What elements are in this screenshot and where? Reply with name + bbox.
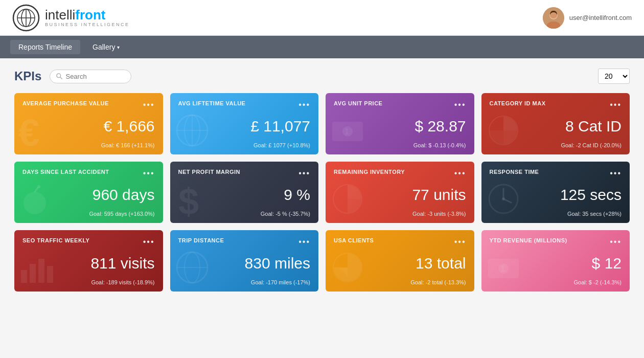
svg-text:1: 1 <box>500 264 505 273</box>
logo-text: intellifront BUSINESS INTELLIGENCE <box>45 8 130 28</box>
kpi-card-icon <box>486 113 521 150</box>
kpi-card-header: AVG LIFTETIME VALUE ••• <box>178 100 311 109</box>
kpi-card-remaining-inventory[interactable]: REMAINING INVENTORY ••• 77 units Goal: -… <box>326 162 474 223</box>
kpi-card-header: USA CLIENTS ••• <box>334 237 466 247</box>
logo-subtitle: BUSINESS INTELLIGENCE <box>45 22 130 28</box>
svg-text:€: € <box>18 113 40 148</box>
kpi-card-ytd-revenue[interactable]: YTD REVENUE (MILLIONS) ••• $ 12 Goal: $ … <box>481 230 630 292</box>
kpi-card-header: REMAINING INVENTORY ••• <box>334 169 466 178</box>
kpi-more-button[interactable]: ••• <box>298 100 310 109</box>
svg-point-28 <box>502 197 505 200</box>
kpi-card-response-time[interactable]: RESPONSE TIME ••• 125 secs Goal: 35 secs… <box>481 162 630 223</box>
kpi-more-button[interactable]: ••• <box>610 100 622 109</box>
kpi-card-icon <box>18 184 52 219</box>
kpi-card-title: AVERAGE PURCHASE VALUE <box>22 100 109 106</box>
avatar <box>543 7 564 29</box>
main-content: KPIs 20 50 100 AVERAGE PURCHASE VALUE ••… <box>0 58 644 302</box>
kpi-card-avg-purchase-value[interactable]: AVERAGE PURCHASE VALUE ••• € 1,666 Goal:… <box>14 93 163 154</box>
kpi-title: KPIs <box>14 69 41 83</box>
page-size-select[interactable]: 20 50 100 <box>598 69 630 84</box>
kpi-card-title: CATEGORY ID MAX <box>490 100 546 106</box>
kpi-card-days-since-last-accident[interactable]: DAYS SINCE LAST ACCIDENT ••• 960 days Go… <box>14 162 163 223</box>
kpi-more-button[interactable]: ••• <box>298 237 310 247</box>
svg-rect-31 <box>38 259 44 283</box>
kpi-card-header: SEO TRAFFIC WEEKLY ••• <box>22 237 155 247</box>
kpi-card-avg-unit-price[interactable]: AVG UNIT PRICE ••• $ 28.87 Goal: $ -0.13… <box>326 93 474 154</box>
svg-rect-32 <box>47 266 53 283</box>
kpi-more-button[interactable]: ••• <box>610 169 622 178</box>
svg-text:$: $ <box>178 181 199 217</box>
kpi-more-button[interactable]: ••• <box>143 169 155 178</box>
kpi-card-title: AVG LIFTETIME VALUE <box>178 100 246 106</box>
search-box <box>50 70 131 83</box>
kpi-card-header: DAYS SINCE LAST ACCIDENT ••• <box>22 169 155 178</box>
kpi-card-title: TRIP DISTANCE <box>178 237 224 243</box>
kpi-more-button[interactable]: ••• <box>143 237 155 247</box>
kpi-more-button[interactable]: ••• <box>610 237 622 247</box>
kpi-card-icon: $ <box>174 181 210 219</box>
search-icon <box>56 73 62 80</box>
logo-brand-colored: front <box>75 7 105 23</box>
kpi-card-icon <box>330 181 365 219</box>
user-area: user@intellifront.com <box>543 7 632 29</box>
kpi-more-button[interactable]: ••• <box>454 237 466 247</box>
kpi-card-title: SEO TRAFFIC WEEKLY <box>22 237 89 243</box>
nav-reports-timeline[interactable]: Reports Timeline <box>10 40 80 54</box>
search-input[interactable] <box>65 73 125 80</box>
chevron-down-icon: ▾ <box>117 44 120 50</box>
svg-rect-29 <box>21 270 27 283</box>
kpi-card-net-profit-margin[interactable]: NET PROFIT MARGIN ••• 9 % Goal: -5 % (-3… <box>170 162 319 223</box>
kpi-card-avg-lifetime-value[interactable]: AVG LIFTETIME VALUE ••• £ 11,077 Goal: £… <box>170 93 319 154</box>
kpi-more-button[interactable]: ••• <box>143 100 155 109</box>
kpi-card-icon <box>174 113 210 150</box>
svg-rect-30 <box>30 264 36 283</box>
kpi-card-category-id-max[interactable]: CATEGORY ID MAX ••• 8 Cat ID Goal: -2 Ca… <box>481 93 630 154</box>
kpi-card-header: TRIP DISTANCE ••• <box>178 237 311 247</box>
kpi-card-header: AVG UNIT PRICE ••• <box>334 100 466 109</box>
kpi-card-header: AVERAGE PURCHASE VALUE ••• <box>22 100 155 109</box>
svg-point-22 <box>37 185 40 188</box>
kpi-card-icon <box>486 181 521 219</box>
kpi-card-header: CATEGORY ID MAX ••• <box>490 100 622 109</box>
nav-gallery[interactable]: Gallery ▾ <box>84 40 128 54</box>
kpi-card-title: REMAINING INVENTORY <box>334 169 405 175</box>
kpi-card-header: NET PROFIT MARGIN ••• <box>178 169 311 178</box>
app-header: intellifront BUSINESS INTELLIGENCE user@… <box>0 0 644 36</box>
kpi-card-header: YTD REVENUE (MILLIONS) ••• <box>490 237 622 247</box>
kpi-card-icon <box>18 250 54 287</box>
kpi-card-usa-clients[interactable]: USA CLIENTS ••• 13 total Goal: -2 total … <box>326 230 474 292</box>
kpi-card-title: YTD REVENUE (MILLIONS) <box>490 237 567 243</box>
kpi-more-button[interactable]: ••• <box>454 100 466 109</box>
svg-line-21 <box>35 188 38 192</box>
kpi-card-header: RESPONSE TIME ••• <box>490 169 622 178</box>
kpi-card-title: NET PROFIT MARGIN <box>178 169 241 175</box>
kpi-header: KPIs 20 50 100 <box>14 69 630 84</box>
svg-text:1: 1 <box>344 127 349 136</box>
kpi-card-icon <box>330 250 365 287</box>
kpi-card-icon: 1 <box>330 113 365 150</box>
kpi-more-button[interactable]: ••• <box>298 169 310 178</box>
kpi-card-title: DAYS SINCE LAST ACCIDENT <box>22 169 109 175</box>
svg-point-20 <box>24 192 46 214</box>
kpi-card-icon: € <box>18 113 54 150</box>
kpi-card-trip-distance[interactable]: TRIP DISTANCE ••• 830 miles Goal: -170 m… <box>170 230 319 292</box>
kpi-card-title: AVG UNIT PRICE <box>334 100 382 106</box>
kpi-card-title: RESPONSE TIME <box>490 169 539 175</box>
main-nav: Reports Timeline Gallery ▾ <box>0 36 644 58</box>
kpi-card-icon <box>174 250 210 287</box>
kpi-more-button[interactable]: ••• <box>454 169 466 178</box>
user-email: user@intellifront.com <box>569 14 632 21</box>
kpi-card-icon: 1 <box>486 250 521 287</box>
svg-line-10 <box>60 77 62 79</box>
kpi-card-seo-traffic-weekly[interactable]: SEO TRAFFIC WEEKLY ••• 811 visits Goal: … <box>14 230 163 292</box>
kpi-card-title: USA CLIENTS <box>334 237 374 243</box>
logo-area: intellifront BUSINESS INTELLIGENCE <box>12 4 130 32</box>
logo-icon <box>12 4 40 32</box>
kpi-grid: AVERAGE PURCHASE VALUE ••• € 1,666 Goal:… <box>14 93 630 292</box>
